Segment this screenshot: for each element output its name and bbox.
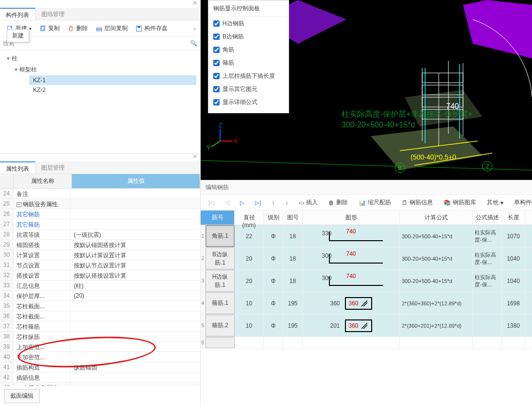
nav-prev-icon[interactable]: ◁: [221, 198, 233, 208]
tree-child[interactable]: ▾框架柱: [12, 64, 196, 75]
floor-copy-button[interactable]: 层间复制: [93, 22, 131, 35]
checkbox-input[interactable]: [213, 73, 220, 79]
rebar-row[interactable]: 1 角筋.1 22 Φ 18 330740 300-20+500-40+15*d…: [201, 225, 532, 247]
component-toolbar: 新建 ▾ 复制 删除 层间复制 构件存盘 »: [0, 20, 200, 37]
delete-rebar-button[interactable]: 🗑 删除: [325, 197, 352, 208]
sum-label: 单构件钢筋总重(kg: [510, 197, 532, 208]
prop-row[interactable]: 34保护层厚...(20): [0, 291, 200, 301]
nav-last-icon[interactable]: ▷|: [251, 198, 265, 208]
floorcopy-label: 层间复制: [104, 24, 128, 33]
prop-tabs: 属性列表 图层管理: [0, 161, 200, 174]
section-edit-button[interactable]: 截面编辑: [4, 389, 40, 403]
delete-label: 删除: [76, 24, 88, 33]
insert-button[interactable]: ▭ 插入: [295, 197, 322, 208]
panel-close-top[interactable]: ×: [0, 0, 200, 8]
prop-row[interactable]: 33汇总信息(柱): [0, 281, 200, 291]
panel-close-prop[interactable]: ×: [0, 154, 200, 161]
prop-row[interactable]: 32搭接设置按默认搭接设置计算: [0, 270, 200, 281]
svg-marker-8: [463, 0, 532, 58]
rebar-checkbox[interactable]: 角筋: [208, 43, 289, 56]
annot-dim: 740: [446, 102, 459, 111]
svg-rect-16: [422, 73, 463, 83]
search-icon[interactable]: 🔍: [190, 40, 197, 47]
rebar-row[interactable]: 3 H边纵筋.1 20 Φ 18 300740 300-20+500-40+15…: [201, 270, 532, 292]
prop-row[interactable]: 41插筋构造纵筋锚固: [0, 362, 200, 372]
prop-header: 属性名称 属性值: [0, 174, 200, 189]
up-icon[interactable]: ↑: [268, 198, 278, 208]
prop-row[interactable]: 40下加密范...: [0, 352, 200, 362]
checkbox-label: B边钢筋: [223, 33, 244, 41]
rebar-checkbox[interactable]: 显示详细公式: [208, 96, 289, 109]
checkbox-label: 箍筋: [223, 59, 234, 67]
prop-row[interactable]: 29锚固搭接按默认锚固搭接计算: [0, 240, 200, 250]
checkbox-input[interactable]: [213, 20, 220, 27]
col-no: 筋号: [201, 211, 235, 225]
prop-row[interactable]: 31节点设置按默认节点设置计算: [0, 260, 200, 270]
checkbox-input[interactable]: [213, 47, 220, 53]
prop-row[interactable]: 39上加密范...: [0, 342, 200, 352]
tree-leaf-kz1[interactable]: KZ-1: [29, 75, 196, 85]
rebar-checkbox[interactable]: 上层柱插筋下插长度: [208, 70, 289, 83]
checkbox-input[interactable]: [213, 99, 220, 106]
svg-rect-4: [97, 29, 102, 31]
other-button[interactable]: 其他 ▾: [483, 197, 507, 208]
rebar-checkbox[interactable]: H边钢筋: [208, 17, 289, 30]
tab-layers[interactable]: 图层管理: [35, 161, 70, 174]
col-lvl: 级别: [264, 211, 283, 225]
scale-button[interactable]: 📊 缩尺配筋: [355, 197, 395, 208]
checkbox-input[interactable]: [213, 34, 220, 40]
delete-button[interactable]: 删除: [65, 22, 91, 35]
prop-row[interactable]: 30计算设置按默认计算设置计算: [0, 250, 200, 260]
tab-components[interactable]: 构件列表: [0, 8, 35, 20]
tab-properties[interactable]: 属性列表: [0, 161, 35, 174]
tree-root[interactable]: ▾柱: [4, 53, 196, 64]
rebar-table-head: 筋号 直径(mm) 级别 图号 图形 计算公式 公式描述 长度: [201, 211, 532, 225]
prop-row[interactable]: 27其它箍筋: [0, 219, 200, 229]
svg-rect-6: [137, 26, 140, 28]
checkbox-input[interactable]: [213, 86, 220, 92]
col-name: 属性名称: [14, 174, 72, 188]
annot-line1: 柱实际高度-保护层+非连接区-保护层+: [342, 109, 472, 120]
prop-row[interactable]: 37芯柱箍筋: [0, 321, 200, 332]
new-dropdown-tip[interactable]: 新建: [7, 29, 29, 42]
info-button[interactable]: 🗒 钢筋信息: [398, 197, 437, 208]
prop-row[interactable]: 38芯柱纵筋: [0, 332, 200, 342]
viewport-3d[interactable]: X Z Y B 2 柱实际高度-保护层+非连接区-保护层+ 300-20+500…: [201, 0, 532, 180]
left-tabs: 构件列表 图纸管理: [0, 8, 200, 20]
prop-row[interactable]: 42插筋信息: [0, 372, 200, 383]
rebar-row[interactable]: 2 B边纵筋.1 20 Φ 18 300740 300-20+500-40+15…: [201, 247, 532, 270]
edit-title: 编辑钢筋: [201, 180, 532, 195]
save-button[interactable]: 构件存盘: [133, 22, 171, 35]
prop-row[interactable]: 36芯柱截面...: [0, 311, 200, 321]
svg-marker-11: [405, 90, 482, 126]
search-input[interactable]: [15, 38, 190, 49]
col-desc: 公式描述: [473, 211, 502, 225]
checkbox-label: 显示其它图元: [223, 85, 257, 93]
svg-rect-3: [97, 28, 102, 29]
prop-row[interactable]: 24备注: [0, 189, 200, 199]
tree-leaf-kz2[interactable]: KZ-2: [29, 85, 196, 95]
col-img: 图号: [283, 211, 303, 225]
prop-row[interactable]: 43+土建业务属性: [0, 383, 200, 386]
prop-row[interactable]: 28抗震等级(一级抗震): [0, 229, 200, 240]
down-icon[interactable]: ↓: [281, 198, 292, 208]
rebar-row[interactable]: 6: [201, 337, 532, 349]
copy-button[interactable]: 复制: [36, 22, 63, 35]
rebar-checkbox[interactable]: 显示其它图元: [208, 83, 289, 96]
svg-text:2: 2: [486, 163, 489, 170]
prop-row[interactable]: 25−钢筋业务属性: [0, 199, 200, 209]
nav-next-icon[interactable]: ▷: [236, 198, 248, 208]
prop-row[interactable]: 35芯柱截面...: [0, 301, 200, 311]
rebar-row[interactable]: 4 箍筋.1 10 Φ 195 360360 2*(360+360)+2*(12…: [201, 292, 532, 315]
svg-line-37: [363, 325, 367, 329]
rebar-row[interactable]: 5 箍筋.2 10 Φ 195 201360 2*(360+201)+2*(12…: [201, 315, 532, 337]
rebar-checkbox[interactable]: B边钢筋: [208, 30, 289, 43]
prop-row[interactable]: 26其它钢筋: [0, 209, 200, 219]
nav-first-icon[interactable]: |◁: [205, 198, 218, 208]
checkbox-input[interactable]: [213, 60, 220, 66]
svg-text:Y: Y: [206, 144, 210, 151]
svg-line-28: [211, 141, 220, 147]
lib-button[interactable]: 📚 钢筋图库: [440, 197, 480, 208]
tab-drawings[interactable]: 图纸管理: [35, 8, 70, 20]
rebar-checkbox[interactable]: 箍筋: [208, 56, 289, 70]
